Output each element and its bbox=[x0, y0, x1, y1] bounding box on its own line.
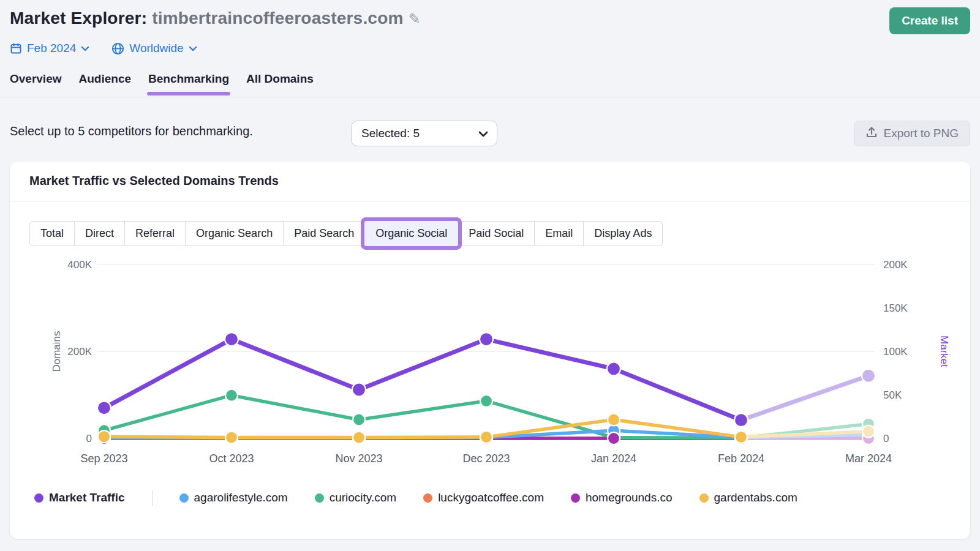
legend-item-luckygoatcoffee-com[interactable]: luckygoatcoffee.com bbox=[423, 491, 544, 504]
legend-label: gardentabs.com bbox=[714, 491, 797, 504]
data-point-market-traffic[interactable] bbox=[607, 362, 620, 375]
legend-dot bbox=[423, 493, 432, 503]
data-point-gardentabs-com[interactable] bbox=[862, 425, 875, 438]
legend-label: curiocity.com bbox=[330, 491, 396, 504]
right-axis-tick: 200K bbox=[883, 260, 908, 271]
right-axis-tick: 100K bbox=[883, 346, 908, 358]
date-selector[interactable]: Feb 2024 bbox=[10, 42, 89, 55]
series-line-projected-market-traffic[interactable] bbox=[741, 376, 869, 420]
left-axis-tick: 0 bbox=[86, 433, 92, 444]
legend-dot bbox=[315, 493, 324, 503]
legend-divider bbox=[152, 490, 153, 506]
traffic-channel-filters: TotalDirectReferralOrganic SearchPaid Se… bbox=[29, 221, 663, 246]
legend-item-market-traffic[interactable]: Market Traffic bbox=[34, 491, 125, 504]
edit-pencil-icon[interactable]: ✎ bbox=[409, 10, 421, 27]
legend-dot bbox=[34, 493, 43, 503]
filter-paid-search[interactable]: Paid Search bbox=[283, 221, 365, 246]
data-point-gardentabs-com[interactable] bbox=[98, 430, 110, 443]
right-axis-tick: 50K bbox=[883, 389, 902, 401]
data-point-market-traffic[interactable] bbox=[480, 332, 493, 346]
create-list-button[interactable]: Create list bbox=[889, 7, 970, 34]
filter-email[interactable]: Email bbox=[534, 221, 584, 246]
right-axis-title: Market bbox=[938, 335, 950, 367]
header-divider bbox=[0, 97, 980, 97]
series-line-gardentabs-com[interactable] bbox=[104, 419, 741, 437]
legend-label: agarolifestyle.com bbox=[194, 491, 288, 504]
legend-dot bbox=[571, 493, 580, 503]
x-axis-label: Feb 2024 bbox=[718, 452, 764, 465]
export-to-png-button[interactable]: Export to PNG bbox=[854, 121, 971, 146]
chevron-down-icon bbox=[81, 46, 89, 51]
card-divider bbox=[10, 201, 970, 201]
filter-total[interactable]: Total bbox=[29, 221, 75, 246]
filter-direct[interactable]: Direct bbox=[74, 221, 125, 246]
legend-label: Market Traffic bbox=[49, 491, 125, 504]
page-title-domain: timbertraincoffeeroasters.com bbox=[152, 9, 403, 28]
region-selector[interactable]: Worldwide bbox=[111, 42, 197, 55]
right-axis-tick: 150K bbox=[883, 302, 908, 314]
x-axis-label: Oct 2023 bbox=[209, 452, 254, 465]
data-point-gardentabs-com[interactable] bbox=[608, 413, 620, 425]
left-axis-title: Domains bbox=[51, 331, 62, 372]
tab-audience[interactable]: Audience bbox=[79, 72, 132, 94]
right-axis-tick: 0 bbox=[883, 433, 889, 444]
region-label: Worldwide bbox=[129, 42, 183, 55]
filter-referral[interactable]: Referral bbox=[124, 221, 186, 246]
page-title-prefix: Market Explorer: bbox=[10, 9, 152, 28]
data-point-curiocity-com[interactable] bbox=[225, 389, 238, 402]
filter-organic-social[interactable]: Organic Social bbox=[364, 221, 458, 246]
data-point-market-traffic[interactable] bbox=[97, 401, 111, 414]
x-axis-label: Jan 2024 bbox=[591, 452, 636, 465]
data-point-market-traffic[interactable] bbox=[734, 413, 748, 427]
export-icon bbox=[865, 126, 878, 141]
date-label: Feb 2024 bbox=[27, 42, 76, 55]
page-title: Market Explorer: timbertraincoffeeroaste… bbox=[10, 9, 421, 28]
legend-item-agarolifestyle-com[interactable]: agarolifestyle.com bbox=[179, 491, 288, 504]
legend-dot bbox=[179, 493, 189, 503]
filter-paid-social[interactable]: Paid Social bbox=[458, 221, 535, 246]
left-axis-tick: 400K bbox=[67, 260, 92, 271]
data-point-market-traffic[interactable] bbox=[862, 369, 875, 383]
data-point-gardentabs-com[interactable] bbox=[225, 432, 238, 444]
card-title: Market Traffic vs Selected Domains Trend… bbox=[29, 174, 279, 188]
legend-item-homegrounds-co[interactable]: homegrounds.co bbox=[571, 491, 673, 504]
data-point-homegrounds-co[interactable] bbox=[608, 432, 620, 444]
x-axis-label: Sep 2023 bbox=[80, 452, 127, 465]
export-label: Export to PNG bbox=[884, 127, 959, 140]
chart-legend: Market Trafficagarolifestyle.comcuriocit… bbox=[34, 490, 797, 506]
data-point-market-traffic[interactable] bbox=[352, 383, 366, 396]
data-point-gardentabs-com[interactable] bbox=[353, 432, 365, 444]
chevron-down-icon bbox=[478, 127, 488, 140]
left-axis-tick: 200K bbox=[67, 346, 92, 358]
x-axis-label: Dec 2023 bbox=[462, 452, 510, 465]
legend-label: luckygoatcoffee.com bbox=[438, 491, 544, 504]
globe-icon bbox=[111, 42, 124, 55]
tab-bar: OverviewAudienceBenchmarkingAll Domains bbox=[10, 72, 314, 94]
selected-dropdown[interactable]: Selected: 5 bbox=[351, 121, 497, 146]
data-point-gardentabs-com[interactable] bbox=[735, 431, 747, 443]
meta-row: Feb 2024 Worldwide bbox=[10, 42, 197, 55]
tab-all-domains[interactable]: All Domains bbox=[246, 72, 314, 94]
calendar-icon bbox=[10, 42, 22, 54]
tab-overview[interactable]: Overview bbox=[10, 72, 62, 94]
legend-dot bbox=[699, 493, 709, 503]
chevron-down-icon bbox=[189, 46, 197, 51]
trends-chart-svg: 400K200K0Domains200K150K100K50K0MarketSe… bbox=[24, 260, 956, 475]
selected-dropdown-value: Selected: 5 bbox=[361, 127, 420, 140]
tab-benchmarking[interactable]: Benchmarking bbox=[148, 72, 229, 94]
trends-chart: 400K200K0Domains200K150K100K50K0MarketSe… bbox=[24, 260, 956, 475]
trends-card: Market Traffic vs Selected Domains Trend… bbox=[10, 162, 970, 539]
data-point-curiocity-com[interactable] bbox=[480, 395, 492, 407]
x-axis-label: Mar 2024 bbox=[845, 452, 892, 465]
filter-organic-search[interactable]: Organic Search bbox=[185, 221, 284, 246]
filter-display-ads[interactable]: Display Ads bbox=[583, 221, 663, 246]
data-point-curiocity-com[interactable] bbox=[353, 413, 365, 425]
legend-label: homegrounds.co bbox=[586, 491, 673, 504]
legend-item-curiocity-com[interactable]: curiocity.com bbox=[315, 491, 396, 504]
data-point-market-traffic[interactable] bbox=[225, 332, 238, 346]
data-point-gardentabs-com[interactable] bbox=[480, 431, 492, 443]
legend-item-gardentabs-com[interactable]: gardentabs.com bbox=[699, 491, 797, 504]
select-competitors-text: Select up to 5 competitors for benchmark… bbox=[10, 124, 253, 138]
x-axis-label: Nov 2023 bbox=[335, 452, 382, 465]
